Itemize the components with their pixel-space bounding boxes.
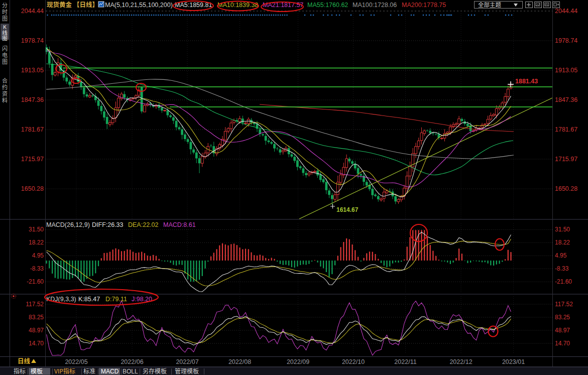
svg-text:MACD: MACD [101, 368, 119, 375]
svg-text:83.25: 83.25 [555, 314, 570, 321]
svg-text:2022/08: 2022/08 [228, 358, 251, 365]
svg-text:14.70: 14.70 [29, 340, 44, 347]
svg-text:2022/07: 2022/07 [176, 358, 198, 365]
svg-text:4.95: 4.95 [555, 252, 567, 259]
svg-text:现货黄金: 现货黄金 [47, 0, 72, 9]
gold-daily-chart: 2044.44 2044.44 1978.74 1978.74 1913.05 … [0, 0, 588, 375]
svg-text:18.22: 18.22 [555, 239, 570, 246]
svg-text:1847.36: 1847.36 [555, 96, 577, 103]
svg-text:1614.67: 1614.67 [336, 206, 359, 213]
svg-text:【日线】: 【日线】 [73, 0, 98, 9]
svg-text:2022/06: 2022/06 [121, 358, 143, 365]
svg-text:48.97: 48.97 [555, 327, 570, 334]
svg-text:2022/12: 2022/12 [449, 358, 472, 365]
svg-text:指标: 指标 [14, 366, 26, 375]
svg-text:18.22: 18.22 [29, 239, 44, 246]
svg-text:模板: 模板 [31, 366, 43, 375]
svg-text:2044.44: 2044.44 [555, 8, 577, 15]
svg-text:1913.05: 1913.05 [21, 67, 44, 74]
svg-text:MA200:1778.75: MA200:1778.75 [402, 2, 446, 9]
svg-text:1881.43: 1881.43 [515, 78, 538, 85]
svg-text:管理模板: 管理模板 [175, 366, 199, 375]
chart-root: 2044.44 2044.44 1978.74 1978.74 1913.05 … [0, 0, 588, 375]
svg-text:MA21:1817.57: MA21:1817.57 [263, 2, 303, 9]
svg-text:图: 图 [2, 57, 8, 65]
svg-text:1978.74: 1978.74 [21, 37, 44, 44]
svg-text:1715.97: 1715.97 [555, 156, 577, 163]
svg-text:2022/09: 2022/09 [287, 358, 309, 365]
svg-text:D:79.11: D:79.11 [105, 296, 127, 303]
svg-text:-21.60: -21.60 [27, 278, 44, 285]
svg-text:1650.28: 1650.28 [555, 185, 577, 192]
svg-text:MACD:8.61: MACD:8.61 [163, 221, 196, 228]
svg-text:83.25: 83.25 [29, 314, 44, 321]
svg-text:31.50: 31.50 [29, 226, 44, 233]
svg-text:117.52: 117.52 [555, 301, 573, 308]
svg-text:1913.05: 1913.05 [555, 67, 577, 74]
svg-text:K:85.47: K:85.47 [78, 296, 100, 303]
svg-text:标准: 标准 [83, 366, 95, 375]
svg-text:1781.67: 1781.67 [21, 126, 44, 133]
svg-text:-8.33: -8.33 [555, 265, 569, 272]
svg-text:MA100:1728.06: MA100:1728.06 [352, 2, 397, 9]
svg-text:全部主题: 全部主题 [478, 1, 501, 9]
svg-text:料: 料 [2, 96, 8, 104]
svg-text:14.70: 14.70 [555, 340, 570, 347]
svg-text:117.52: 117.52 [26, 301, 44, 308]
svg-text:2022/05: 2022/05 [65, 358, 87, 365]
svg-text:MA55:1760.62: MA55:1760.62 [307, 2, 348, 9]
svg-text:DEA:22.02: DEA:22.02 [128, 221, 159, 228]
svg-text:48.97: 48.97 [29, 327, 44, 334]
svg-text:1715.97: 1715.97 [21, 156, 44, 163]
svg-text:日线: 日线 [18, 356, 31, 365]
svg-text:MA(5,10,21,55,100,200): MA(5,10,21,55,100,200) [105, 2, 173, 9]
svg-text:4.95: 4.95 [32, 252, 44, 259]
svg-text:2044.44: 2044.44 [21, 8, 44, 15]
svg-text:另存模板: 另存模板 [143, 366, 167, 375]
svg-text:BOLL: BOLL [123, 368, 138, 375]
svg-text:图: 图 [2, 14, 8, 22]
svg-text:MACD(26,12,9): MACD(26,12,9) [46, 221, 90, 228]
svg-text:图: 图 [2, 34, 8, 42]
svg-text:1978.74: 1978.74 [555, 37, 577, 44]
svg-text:31.50: 31.50 [555, 226, 570, 233]
svg-text:2022/10: 2022/10 [342, 358, 365, 365]
svg-text:VIP指标: VIP指标 [54, 366, 75, 375]
svg-text:KDJ(9,3,3): KDJ(9,3,3) [46, 296, 76, 303]
svg-text:1781.67: 1781.67 [555, 126, 577, 133]
svg-text:2022/11: 2022/11 [394, 358, 416, 365]
svg-text:-21.60: -21.60 [555, 278, 572, 285]
svg-text:-8.33: -8.33 [30, 265, 44, 272]
svg-text:DIFF:26.33: DIFF:26.33 [92, 221, 124, 228]
svg-text:1847.36: 1847.36 [21, 96, 44, 103]
svg-text:1650.28: 1650.28 [21, 185, 44, 192]
svg-text:2023/01: 2023/01 [502, 358, 525, 365]
